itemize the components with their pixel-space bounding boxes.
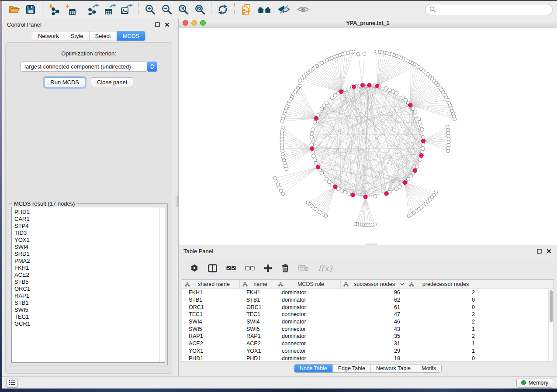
mcds-node[interactable] [384, 192, 388, 196]
network-node[interactable] [281, 192, 285, 196]
network-node[interactable] [363, 52, 366, 55]
result-list-item[interactable]: TID3 [14, 230, 165, 237]
zoom-fit-button[interactable] [176, 3, 190, 17]
result-list-item[interactable]: RAP1 [14, 292, 165, 299]
run-mcds-button[interactable]: Run MCDS [44, 77, 85, 87]
tab-motifs[interactable]: Motifs [416, 364, 441, 372]
mcds-node[interactable] [314, 116, 318, 120]
network-node[interactable] [394, 91, 398, 95]
delete-row-button[interactable] [281, 262, 289, 274]
table-row[interactable]: PHD1PHD1dominator180 [182, 354, 554, 361]
table-row[interactable]: SWI5SWI5connector431 [182, 325, 554, 333]
table-scrollbar[interactable] [548, 289, 554, 361]
network-from-file-button[interactable] [239, 3, 253, 17]
result-list-item[interactable]: STB1 [14, 299, 165, 306]
tab-style[interactable]: Style [65, 31, 89, 41]
result-list-item[interactable]: ACE2 [14, 272, 165, 279]
network-node[interactable] [311, 151, 314, 154]
tab-select[interactable]: Select [89, 31, 117, 41]
mcds-node[interactable] [367, 83, 371, 87]
splitter-handle[interactable] [176, 196, 178, 207]
column-header-shared-name[interactable]: shared name [182, 280, 240, 289]
export-image-button[interactable] [120, 3, 134, 17]
network-node[interactable] [373, 223, 377, 226]
network-window-titlebar[interactable]: YPA_prune.txt_1 [179, 19, 557, 28]
table-row[interactable]: ORC1ORC1dominator610 [182, 303, 554, 311]
result-list-item[interactable]: CAR1 [14, 216, 165, 223]
result-list-item[interactable]: SWI4 [14, 244, 165, 251]
table-row[interactable]: RAP1RAP1dominator352 [182, 333, 554, 340]
table-scrollbar-thumb[interactable] [550, 290, 553, 322]
table-row[interactable]: FKH1FKH1dominator962 [182, 289, 554, 296]
export-table-button[interactable] [103, 3, 117, 17]
import-table-button[interactable] [63, 3, 77, 17]
tab-mcds[interactable]: MCDS [117, 31, 145, 41]
network-node[interactable] [320, 172, 323, 175]
network-node[interactable] [446, 125, 449, 129]
table-row[interactable]: YOX1YOX1connector291 [182, 347, 554, 355]
mcds-node[interactable] [316, 165, 320, 169]
network-node[interactable] [421, 147, 425, 150]
result-list-item[interactable]: SWI5 [14, 306, 165, 313]
network-node[interactable] [320, 107, 323, 110]
export-network-button[interactable] [86, 3, 100, 17]
table-row[interactable]: ACE2ACE2connector311 [182, 340, 554, 347]
tab-node-table[interactable]: Node Table [294, 364, 332, 372]
result-list-item[interactable]: STP4 [14, 223, 165, 230]
network-node[interactable] [273, 176, 277, 180]
function-builder-button[interactable]: f(x) [318, 262, 332, 274]
vertical-splitter[interactable] [175, 19, 178, 245]
refresh-layout-button[interactable] [216, 3, 230, 17]
network-node[interactable] [312, 154, 315, 158]
network-node[interactable] [422, 135, 425, 139]
zoom-selected-button[interactable] [193, 3, 207, 17]
table-row[interactable]: TEC1TEC1connector472 [182, 311, 554, 318]
network-node[interactable] [394, 187, 398, 190]
network-node[interactable] [310, 131, 314, 135]
result-list-item[interactable]: SRD1 [14, 251, 165, 258]
network-node[interactable] [313, 158, 316, 162]
network-node[interactable] [285, 167, 288, 171]
result-list-item[interactable]: STB5 [14, 279, 165, 285]
home-button[interactable] [256, 3, 273, 17]
network-node[interactable] [298, 79, 302, 82]
network-node[interactable] [419, 124, 423, 127]
network-node[interactable] [343, 190, 347, 194]
network-node[interactable] [347, 192, 350, 195]
search-input[interactable] [438, 6, 548, 13]
network-node[interactable] [401, 96, 405, 100]
close-table-panel-button[interactable] [545, 248, 552, 255]
network-node[interactable] [415, 165, 419, 168]
network-node[interactable] [417, 117, 420, 120]
network-node[interactable] [422, 143, 425, 147]
tab-network-table[interactable]: Network Table [370, 364, 416, 372]
network-node[interactable] [413, 110, 417, 113]
network-node[interactable] [375, 50, 379, 53]
add-row-button[interactable] [264, 262, 272, 274]
close-mcds-panel-button[interactable]: Close panel [91, 77, 133, 87]
window-close-icon[interactable] [183, 20, 188, 26]
result-list-item[interactable]: PMA2 [14, 258, 165, 265]
network-node[interactable] [340, 189, 343, 192]
table-row[interactable]: STB1STB1dominator620 [182, 296, 554, 304]
mcds-node[interactable] [421, 139, 425, 143]
mcds-node[interactable] [403, 181, 407, 185]
mcds-node[interactable] [413, 168, 417, 172]
tab-network[interactable]: Network [32, 31, 65, 41]
result-list-item[interactable]: TEC1 [14, 313, 165, 320]
result-list-item[interactable]: PHD1 [14, 209, 165, 216]
zoom-out-button[interactable] [159, 3, 173, 17]
result-list-item[interactable]: YOX1 [14, 237, 165, 244]
network-node[interactable] [384, 86, 388, 90]
column-header-predecessor-nodes[interactable]: predecessor nodes [406, 280, 479, 289]
network-node[interactable] [391, 89, 395, 93]
column-header-name[interactable]: name [240, 280, 275, 289]
criterion-select[interactable]: largest connected component (undirected) [20, 62, 157, 72]
network-node[interactable] [310, 143, 313, 147]
mcds-node[interactable] [363, 195, 367, 199]
result-list-item[interactable]: ORC1 [14, 285, 165, 292]
network-node[interactable] [343, 88, 347, 91]
network-node[interactable] [330, 96, 334, 100]
result-list-item[interactable]: FKH1 [14, 265, 165, 272]
table-row[interactable]: SWI4SWI4dominator462 [182, 318, 554, 326]
